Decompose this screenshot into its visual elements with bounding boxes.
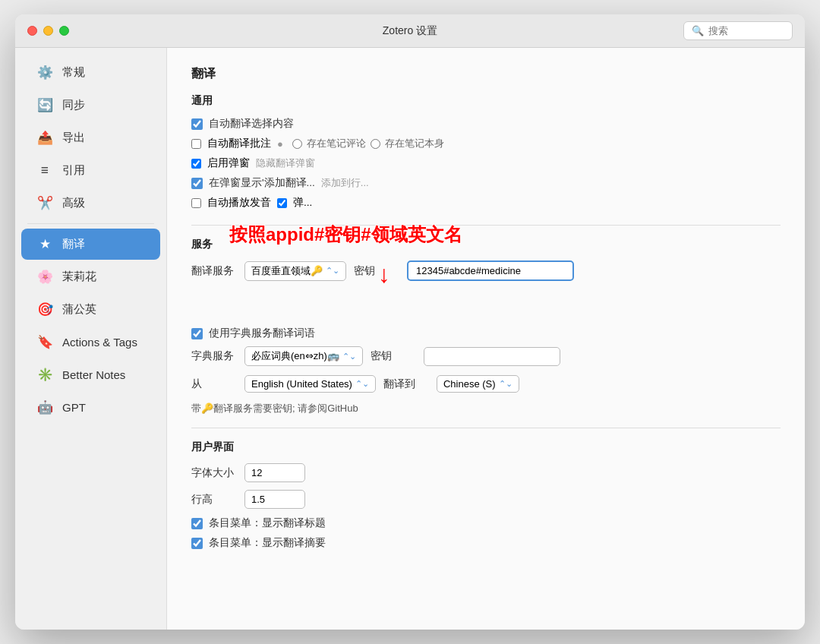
from-language-select[interactable]: English (United States) ⌃⌄ — [244, 375, 376, 393]
sidebar-item-dandelion[interactable]: 🎯 蒲公英 — [21, 294, 160, 325]
translate-icon: ★ — [36, 236, 53, 252]
traffic-lights — [27, 26, 69, 36]
line-height-row: 行高 — [191, 490, 781, 509]
bookmark-icon: 🔖 — [36, 334, 53, 350]
sidebar-label-better-notes: Better Notes — [62, 368, 125, 381]
radio-save-self-label: 存在笔记本身 — [385, 137, 444, 150]
sound-popup-checkbox[interactable] — [277, 198, 287, 208]
font-size-row: 字体大小 — [191, 463, 781, 482]
checkbox-row-auto-batch: 自动翻译批注 ● 存在笔记评论 存在笔记本身 — [191, 137, 781, 150]
checkbox-row-auto-translate: 自动翻译选择内容 — [191, 117, 781, 131]
sidebar-item-translate[interactable]: ★ 翻译 — [21, 229, 160, 260]
sync-icon: 🔄 — [36, 97, 53, 113]
sidebar: ⚙️ 常规 🔄 同步 📤 导出 ≡ 引用 ✂️ 高级 ★ 翻译 — [15, 48, 167, 630]
sidebar-item-export[interactable]: 📤 导出 — [21, 122, 160, 153]
sidebar-label-general: 常规 — [62, 65, 85, 80]
dict-service-select[interactable]: 必应词典(en⇔zh)🚌 ⌃⌄ — [244, 346, 363, 366]
to-label: 翻译到 — [383, 377, 429, 391]
dict-secret-input[interactable] — [424, 347, 560, 366]
from-to-row: 从 English (United States) ⌃⌄ 翻译到 Chinese… — [191, 375, 781, 393]
dict-secret-label: 密钥 — [371, 349, 416, 363]
line-height-label: 行高 — [191, 493, 237, 507]
cite-icon: ≡ — [36, 163, 53, 178]
sidebar-item-advanced[interactable]: ✂️ 高级 — [21, 188, 160, 219]
main-content: 翻译 通用 自动翻译选择内容 自动翻译批注 ● 存在笔记评论 — [167, 48, 805, 630]
window-title: Zotero 设置 — [383, 24, 437, 38]
annotation-label: 按照appid#密钥#领域英文名 — [229, 224, 462, 245]
radio-group-save: 存在笔记评论 存在笔记本身 — [292, 137, 444, 150]
auto-translate-batch-label: 自动翻译批注 — [207, 137, 271, 150]
translate-service-label: 翻译服务 — [191, 264, 237, 278]
titlebar: Zotero 设置 🔍 — [15, 14, 805, 48]
translate-service-select[interactable]: 百度垂直领域🔑 ⌃⌄ — [244, 261, 346, 281]
show-add-popup-label: 在弹窗显示'添加翻译... — [209, 176, 315, 190]
auto-play-sound-label: 自动播放发音 — [207, 196, 271, 210]
sidebar-label-translate: 翻译 — [62, 237, 85, 251]
sidebar-item-better-notes[interactable]: ✳️ Better Notes — [21, 359, 160, 390]
dict-service-row: 字典服务 必应词典(en⇔zh)🚌 ⌃⌄ 密钥 — [191, 346, 781, 366]
select-arrows-icon: ⌃⌄ — [326, 266, 339, 276]
maximize-button[interactable] — [59, 26, 69, 36]
gear-icon: ⚙️ — [36, 65, 53, 80]
sound-popup-label: 弹... — [293, 196, 312, 210]
sidebar-label-actions-tags: Actions & Tags — [62, 336, 137, 349]
search-input[interactable] — [708, 25, 784, 36]
sidebar-divider — [27, 223, 154, 224]
sidebar-item-general[interactable]: ⚙️ 常规 — [21, 57, 160, 88]
font-size-input[interactable] — [244, 463, 305, 482]
api-note: 带🔑翻译服务需要密钥; 请参阅GitHub — [191, 402, 781, 415]
dict-service-label: 字典服务 — [191, 349, 237, 363]
menu-show-abstract-checkbox[interactable] — [191, 538, 203, 549]
jasmine-icon: 🌸 — [36, 269, 53, 285]
red-arrow-icon: ↓ — [378, 262, 390, 286]
menu-show-title-checkbox[interactable] — [191, 518, 203, 529]
sidebar-item-gpt[interactable]: 🤖 GPT — [21, 392, 160, 423]
annotation-container: 按照appid#密钥#领域英文名 ↓ 翻译服务 百度垂直领域🔑 ⌃⌄ 密钥 — [191, 260, 781, 281]
radio-bullet: ● — [277, 138, 283, 150]
sidebar-item-jasmine[interactable]: 🌸 茉莉花 — [21, 261, 160, 292]
checkbox-row-menu-abstract: 条目菜单：显示翻译摘要 — [191, 536, 781, 550]
sidebar-item-sync[interactable]: 🔄 同步 — [21, 90, 160, 121]
minimize-button[interactable] — [43, 26, 53, 36]
search-box[interactable]: 🔍 — [683, 21, 793, 40]
search-icon: 🔍 — [692, 25, 704, 36]
dict-select-arrows-icon: ⌃⌄ — [342, 352, 356, 361]
font-size-label: 字体大小 — [191, 466, 237, 480]
translate-service-value: 百度垂直领域🔑 — [251, 264, 323, 278]
use-dict-label: 使用字典服务翻译词语 — [209, 327, 315, 340]
show-add-popup-checkbox[interactable] — [191, 178, 203, 189]
auto-play-sound-checkbox[interactable] — [191, 198, 201, 208]
auto-translate-selection-checkbox[interactable] — [191, 118, 203, 130]
radio-save-comment-label: 存在笔记评论 — [307, 137, 366, 150]
from-select-arrows-icon: ⌃⌄ — [355, 379, 369, 389]
sidebar-item-actions-tags[interactable]: 🔖 Actions & Tags — [21, 327, 160, 358]
ui-settings: 字体大小 行高 条目菜单：显示翻译标题 条目菜单：显示翻译摘要 — [191, 463, 781, 550]
radio-save-self[interactable] — [371, 139, 380, 149]
sidebar-label-dandelion: 蒲公英 — [62, 302, 96, 317]
to-language-select[interactable]: Chinese (S) ⌃⌄ — [437, 375, 519, 393]
enable-popup-checkbox[interactable] — [191, 159, 201, 169]
sidebar-label-gpt: GPT — [62, 401, 86, 414]
general-settings: 自动翻译选择内容 自动翻译批注 ● 存在笔记评论 存在笔记本身 — [191, 117, 781, 210]
content-area: ⚙️ 常规 🔄 同步 📤 导出 ≡ 引用 ✂️ 高级 ★ 翻译 — [15, 48, 805, 630]
use-dict-checkbox[interactable] — [191, 328, 203, 339]
sidebar-label-jasmine: 茉莉花 — [62, 270, 96, 284]
auto-translate-batch-checkbox[interactable] — [191, 139, 201, 149]
ui-subtitle: 用户界面 — [191, 440, 781, 454]
menu-show-title-label: 条目菜单：显示翻译标题 — [209, 516, 326, 530]
dict-service-value: 必应词典(en⇔zh)🚌 — [251, 349, 339, 363]
sidebar-label-advanced: 高级 — [62, 196, 85, 210]
sidebar-item-cite[interactable]: ≡ 引用 — [21, 155, 160, 186]
checkbox-row-show-add: 在弹窗显示'添加翻译... 添加到行... — [191, 176, 781, 190]
line-height-input[interactable] — [244, 490, 305, 509]
enable-popup-label: 启用弹窗 — [207, 156, 250, 170]
to-select-arrows-icon: ⌃⌄ — [499, 379, 512, 389]
checkbox-row-menu-title: 条目菜单：显示翻译标题 — [191, 516, 781, 530]
annotation-text-overlay: 按照appid#密钥#领域英文名 — [229, 223, 462, 247]
from-label: 从 — [191, 377, 237, 391]
radio-save-comment[interactable] — [292, 139, 302, 149]
close-button[interactable] — [27, 26, 37, 36]
dandelion-icon: 🎯 — [36, 301, 53, 317]
secret-key-input[interactable] — [407, 260, 574, 281]
section-title: 翻译 — [191, 66, 781, 82]
